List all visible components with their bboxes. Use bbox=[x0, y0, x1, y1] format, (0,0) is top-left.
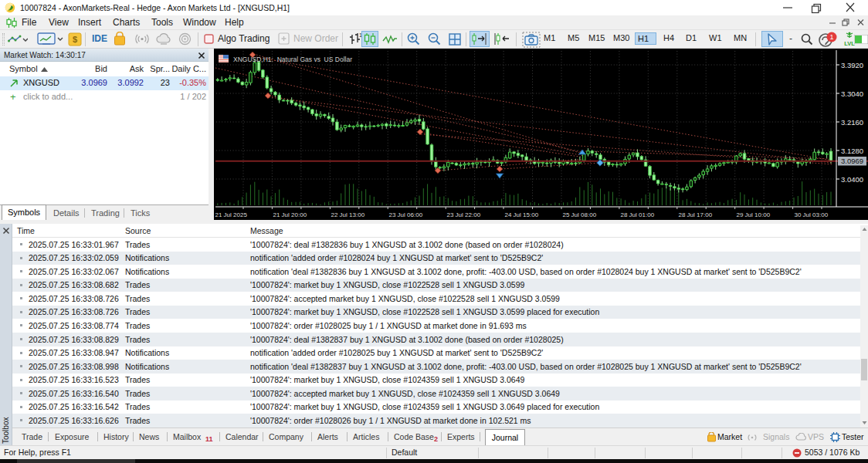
svg-text:25 Jul 08:00: 25 Jul 08:00 bbox=[563, 211, 597, 218]
svg-text:1: 1 bbox=[829, 33, 833, 41]
svg-text:23 Jul 06:00: 23 Jul 06:00 bbox=[389, 211, 423, 218]
svg-text:XNGUSD,H1: Natural Gas vs US: XNGUSD,H1: Natural Gas vs US Dollar bbox=[233, 56, 352, 63]
svg-text:23 Jul 22:00: 23 Jul 22:00 bbox=[447, 211, 481, 218]
svg-text:28 Jul 01:00: 28 Jul 01:00 bbox=[621, 211, 655, 218]
svg-text:3.0969: 3.0969 bbox=[841, 157, 863, 165]
svg-text:3.0400: 3.0400 bbox=[841, 175, 863, 184]
svg-text:3.1280: 3.1280 bbox=[841, 147, 863, 155]
svg-text:21 Jul 20:00: 21 Jul 20:00 bbox=[273, 211, 307, 218]
svg-text:24 Jul 15:00: 24 Jul 15:00 bbox=[505, 211, 539, 218]
svg-text:3.3040: 3.3040 bbox=[841, 90, 863, 98]
svg-text:22 Jul 13:00: 22 Jul 13:00 bbox=[331, 211, 365, 218]
svg-text:29 Jul 10:00: 29 Jul 10:00 bbox=[737, 211, 771, 218]
svg-text:28 Jul 17:00: 28 Jul 17:00 bbox=[679, 211, 713, 218]
svg-text:3.2160: 3.2160 bbox=[841, 118, 863, 127]
svg-text:30 Jul 03:00: 30 Jul 03:00 bbox=[795, 211, 829, 218]
svg-text:3.3920: 3.3920 bbox=[841, 61, 863, 69]
svg-text:21 Jul 2025: 21 Jul 2025 bbox=[215, 211, 248, 218]
svg-text:$: $ bbox=[73, 35, 77, 44]
